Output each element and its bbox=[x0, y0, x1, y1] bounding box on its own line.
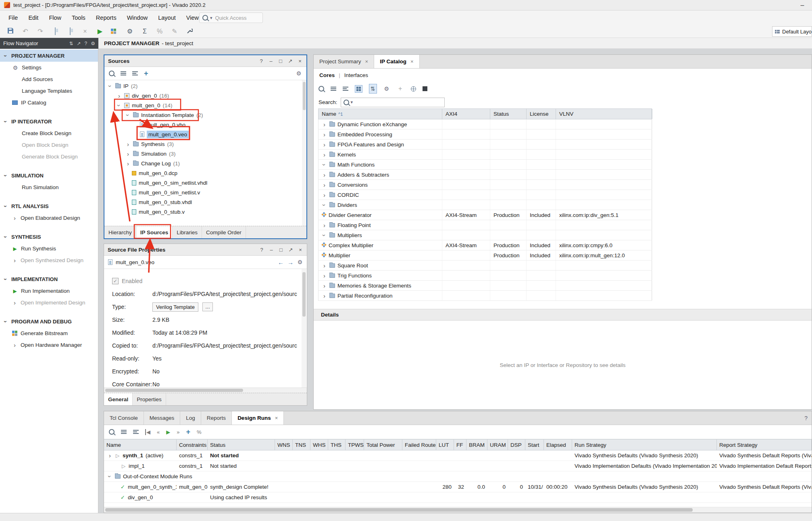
flow-item-run-synthesis[interactable]: ▶Run Synthesis bbox=[0, 243, 98, 254]
flow-section-implementation[interactable]: › IMPLEMENTATION bbox=[0, 273, 98, 285]
horizontal-scrollbar[interactable] bbox=[104, 507, 812, 513]
search-icon[interactable] bbox=[319, 86, 324, 92]
table-row[interactable]: ›Conversions bbox=[318, 180, 652, 190]
close-icon[interactable]: × bbox=[365, 58, 369, 65]
enabled-checkbox[interactable]: ✓ bbox=[112, 278, 119, 284]
forward-icon[interactable]: » bbox=[177, 429, 179, 435]
flow-item-ip-catalog[interactable]: IP Catalog bbox=[0, 97, 98, 108]
column-axi4[interactable]: AXI4 bbox=[442, 109, 490, 119]
tree-item-sim-netlist-v[interactable]: mult_gen_0_sim_netlist.v bbox=[104, 188, 306, 197]
table-row[interactable]: ›Dividers bbox=[318, 200, 652, 210]
vertical-scrollbar[interactable] bbox=[302, 80, 306, 226]
tree-item-sim-netlist-vhdl[interactable]: mult_gen_0_sim_netlist.vhdl bbox=[104, 178, 306, 188]
tab-messages[interactable]: Messages bbox=[144, 411, 181, 425]
flow-item-open-implemented-design[interactable]: ›Open Implemented Design bbox=[0, 297, 98, 308]
column[interactable]: THS bbox=[328, 440, 346, 450]
expand-all-icon[interactable] bbox=[132, 71, 138, 75]
table-row[interactable]: ›Kernels bbox=[318, 150, 652, 160]
table-row[interactable]: ›Math Functions bbox=[318, 160, 652, 170]
chevron-down-icon[interactable]: › bbox=[107, 83, 113, 89]
collapse-all-icon[interactable] bbox=[121, 71, 126, 75]
catalog-search-box[interactable]: ▾ bbox=[341, 98, 445, 107]
chevron-right-icon[interactable]: › bbox=[322, 131, 327, 138]
help-icon[interactable]: ? bbox=[85, 41, 87, 46]
tab-project-summary[interactable]: Project Summary× bbox=[314, 55, 374, 68]
menu-tools[interactable]: Tools bbox=[67, 12, 91, 24]
web-icon[interactable] bbox=[411, 86, 416, 92]
chevron-right-icon[interactable]: › bbox=[107, 452, 112, 458]
tree-item-change-log[interactable]: ›Change Log(1) bbox=[104, 158, 306, 168]
column[interactable]: Constraints bbox=[177, 440, 208, 450]
stop-icon[interactable] bbox=[423, 86, 427, 91]
column[interactable]: Report Strategy bbox=[717, 440, 812, 450]
default-layout-button[interactable]: Default Layou bbox=[772, 26, 812, 37]
settings-gear-icon[interactable]: ⚙ bbox=[126, 28, 134, 35]
gear-icon[interactable]: ⚙ bbox=[297, 259, 303, 265]
close-icon[interactable]: × bbox=[297, 58, 303, 64]
column[interactable]: BRAM bbox=[466, 440, 487, 450]
table-row-ip[interactable]: Divider GeneratorAXI4-StreamProductionIn… bbox=[318, 210, 652, 220]
flow-item-language-templates[interactable]: Language Templates bbox=[0, 85, 98, 97]
table-row[interactable]: ›Trig Functions bbox=[318, 271, 652, 281]
minimize-icon[interactable]: – bbox=[268, 58, 274, 64]
flow-item-open-synthesized-design[interactable]: ›Open Synthesized Design bbox=[0, 254, 98, 266]
tree-item-simulation[interactable]: ›Simulation(3) bbox=[104, 149, 306, 158]
rewind-icon[interactable]: « bbox=[157, 429, 160, 435]
forward-icon[interactable]: → bbox=[287, 259, 293, 266]
column[interactable]: FF bbox=[454, 440, 466, 450]
table-row[interactable]: ▷impl_1 constrs_1 Not started Vivado Imp… bbox=[104, 461, 812, 471]
flow-item-open-block-design[interactable]: Open Block Design bbox=[0, 139, 98, 151]
menu-edit[interactable]: Edit bbox=[23, 12, 44, 24]
chevron-down-icon[interactable]: › bbox=[321, 233, 327, 238]
chevron-down-icon[interactable]: › bbox=[125, 113, 131, 118]
flow-section-project-manager[interactable]: › PROJECT MANAGER bbox=[0, 50, 98, 62]
settings-wrench-icon[interactable]: ⚙ bbox=[383, 85, 390, 92]
table-row[interactable]: ›Dynamic Function eXchange bbox=[318, 119, 652, 129]
flow-item-generate-block-design[interactable]: Generate Block Design bbox=[0, 151, 98, 163]
chevron-down-icon[interactable]: › bbox=[321, 202, 327, 208]
tree-item-instantiation-template[interactable]: ›Instantiation Template(2) bbox=[104, 110, 306, 120]
percent-icon[interactable]: % bbox=[156, 28, 164, 35]
tab-reports[interactable]: Reports bbox=[201, 411, 232, 425]
table-row[interactable]: ›Embedded Processing bbox=[318, 129, 652, 140]
float-icon[interactable]: ↗ bbox=[288, 247, 294, 253]
table-row[interactable]: ✓div_gen_0 Using cached IP results bbox=[104, 492, 812, 503]
tree-item-mult-gen-0[interactable]: ›mult_gen_0(14) bbox=[104, 100, 306, 110]
chevron-right-icon[interactable]: › bbox=[322, 182, 327, 188]
chevron-down-icon[interactable]: › bbox=[321, 162, 327, 167]
chevron-right-icon[interactable]: › bbox=[125, 141, 131, 147]
flow-item-open-elaborated-design[interactable]: ›Open Elaborated Design bbox=[0, 212, 98, 224]
column[interactable]: Failed Routes bbox=[402, 440, 436, 450]
report-icon[interactable] bbox=[51, 28, 59, 35]
tree-item-mult-gen-0-dcp[interactable]: mult_gen_0.dcp bbox=[104, 168, 306, 178]
float-icon[interactable]: ↗ bbox=[287, 58, 293, 64]
maximize-icon[interactable]: □ bbox=[278, 247, 284, 253]
flow-item-generate-bitstream[interactable]: Generate Bitstream bbox=[0, 327, 98, 339]
column[interactable]: TNS bbox=[293, 440, 310, 450]
table-row-ip[interactable]: Complex MultiplierAXI4-StreamProductionI… bbox=[318, 240, 652, 250]
help-icon[interactable]: ? bbox=[804, 411, 812, 425]
menu-window[interactable]: Window bbox=[122, 12, 153, 24]
table-row[interactable]: ✓mult_gen_0_synth_1 mult_gen_0 synth_des… bbox=[104, 482, 812, 492]
maximize-icon[interactable]: □ bbox=[278, 58, 283, 64]
chevron-right-icon[interactable]: › bbox=[322, 142, 327, 148]
add-repository-icon[interactable]: + bbox=[396, 85, 404, 92]
tab-properties[interactable]: Properties bbox=[133, 393, 166, 405]
vertical-scrollbar[interactable] bbox=[302, 269, 306, 388]
pin-icon[interactable]: ↗ bbox=[77, 41, 81, 46]
wrench-icon[interactable] bbox=[185, 28, 194, 35]
table-row[interactable]: ›Floating Point bbox=[318, 220, 652, 230]
tree-item-synthesis[interactable]: ›Synthesis(3) bbox=[104, 139, 306, 149]
chevron-right-icon[interactable]: › bbox=[322, 263, 327, 269]
redo-icon[interactable]: ↷ bbox=[36, 28, 44, 35]
type-button[interactable]: Verilog Template bbox=[152, 302, 198, 312]
close-icon[interactable]: × bbox=[275, 415, 278, 421]
table-row[interactable]: ›▷synth_1(active) constrs_1 Not started … bbox=[104, 450, 812, 461]
quick-access-search[interactable]: ▾ bbox=[199, 13, 263, 23]
percent-icon[interactable]: % bbox=[197, 429, 202, 435]
column[interactable]: Run Strategy bbox=[572, 440, 717, 450]
search-icon[interactable] bbox=[109, 71, 115, 76]
horizontal-scrollbar[interactable] bbox=[104, 388, 307, 393]
chevron-right-icon[interactable]: › bbox=[322, 121, 327, 127]
column[interactable]: DSP bbox=[508, 440, 525, 450]
